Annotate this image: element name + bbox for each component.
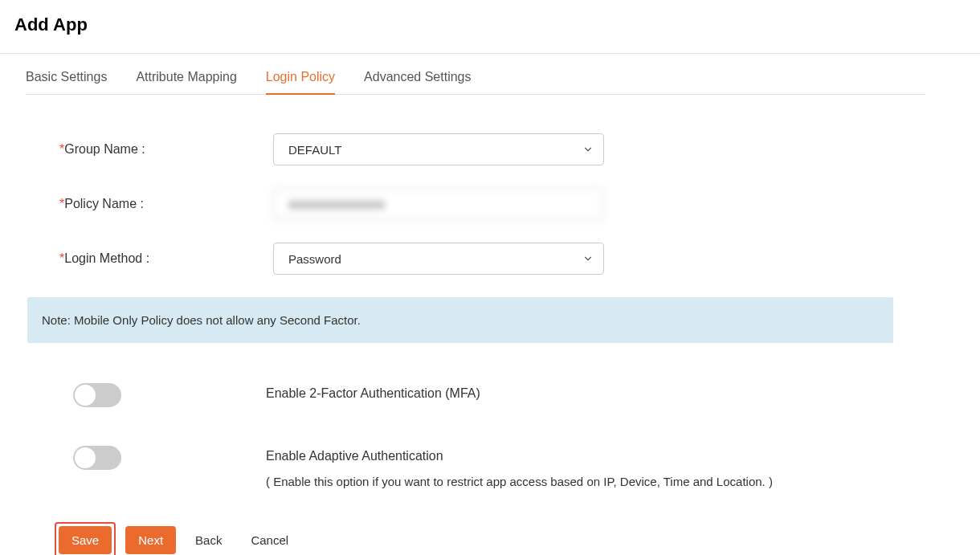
button-row: Save Next Back Cancel	[55, 522, 893, 555]
tab-advanced-settings[interactable]: Advanced Settings	[364, 70, 471, 94]
group-name-label: *Group Name :	[59, 142, 273, 157]
mfa-toggle[interactable]	[73, 383, 121, 407]
tab-bar: Basic Settings Attribute Mapping Login P…	[26, 54, 925, 95]
tab-attribute-mapping[interactable]: Attribute Mapping	[136, 70, 236, 94]
group-name-select[interactable]: DEFAULT	[273, 133, 604, 165]
mfa-toggle-row: Enable 2-Factor Authentication (MFA)	[59, 383, 893, 412]
adaptive-label: Enable Adaptive Authentication	[266, 449, 773, 463]
login-method-control: Password	[273, 243, 604, 275]
cancel-button[interactable]: Cancel	[241, 526, 298, 554]
tab-basic-settings[interactable]: Basic Settings	[26, 70, 107, 94]
note-box: Note: Mobile Only Policy does not allow …	[27, 297, 893, 343]
policy-name-control	[273, 188, 604, 220]
toggle-knob	[75, 385, 96, 406]
adaptive-toggle-row: Enable Adaptive Authentication ( Enable …	[59, 446, 893, 488]
form-area: *Group Name : DEFAULT *Policy Name : *Lo…	[59, 95, 893, 555]
next-button[interactable]: Next	[125, 526, 176, 554]
login-method-row: *Login Method : Password	[59, 243, 893, 275]
login-method-label: *Login Method :	[59, 251, 273, 266]
adaptive-sublabel: ( Enable this option if you want to rest…	[266, 475, 773, 488]
page-header: Add App	[0, 0, 980, 54]
login-method-select[interactable]: Password	[273, 243, 604, 275]
page-title: Add App	[14, 14, 966, 35]
adaptive-label-area: Enable Adaptive Authentication ( Enable …	[266, 446, 773, 488]
save-button-highlight: Save	[55, 522, 116, 555]
group-name-control: DEFAULT	[273, 133, 604, 165]
tab-login-policy[interactable]: Login Policy	[266, 70, 335, 94]
policy-name-input[interactable]	[273, 188, 604, 220]
content-area: Basic Settings Attribute Mapping Login P…	[0, 54, 980, 555]
mfa-label: Enable 2-Factor Authentication (MFA)	[266, 386, 480, 401]
toggle-knob	[75, 447, 96, 468]
adaptive-toggle[interactable]	[73, 446, 121, 470]
policy-name-label: *Policy Name :	[59, 197, 273, 211]
mfa-label-area: Enable 2-Factor Authentication (MFA)	[266, 383, 480, 412]
back-button[interactable]: Back	[186, 526, 231, 554]
save-button[interactable]: Save	[59, 526, 112, 554]
group-name-row: *Group Name : DEFAULT	[59, 133, 893, 165]
policy-name-row: *Policy Name :	[59, 188, 893, 220]
